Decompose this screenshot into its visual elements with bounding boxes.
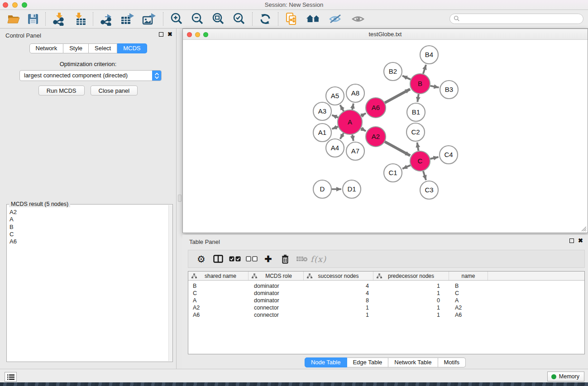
edge-A-A5[interactable]	[340, 105, 344, 111]
node-B2[interactable]: B2	[384, 62, 402, 81]
node-B3[interactable]: B3	[440, 81, 458, 99]
node-A5[interactable]: A5	[326, 87, 344, 105]
edge-A-A4[interactable]	[340, 133, 344, 139]
close-panel-icon[interactable]: ✖	[167, 32, 172, 37]
table-settings-button[interactable]: ⚙	[193, 251, 210, 267]
edge-B-B1[interactable]	[417, 94, 418, 102]
column-header-name[interactable]: name	[449, 272, 488, 280]
import-network-button[interactable]	[48, 11, 69, 27]
memory-button[interactable]: Memory	[547, 372, 584, 381]
column-header-mcds-role[interactable]: MCDS role	[249, 272, 304, 280]
tab-motifs[interactable]: Motifs	[438, 357, 466, 367]
show-all-button[interactable]	[347, 11, 370, 27]
tab-network[interactable]: Network	[29, 43, 63, 53]
open-session-button[interactable]	[4, 11, 24, 27]
node-A4[interactable]: A4	[326, 139, 344, 157]
export-image-button[interactable]	[139, 11, 160, 27]
close-panel-button[interactable]: Close panel	[91, 86, 138, 95]
edge-B-B2[interactable]	[402, 76, 411, 79]
node-A7[interactable]: A7	[346, 142, 364, 160]
edge-C-C2[interactable]	[417, 143, 419, 151]
zoom-out-button[interactable]	[187, 11, 208, 27]
float-table-panel-icon[interactable]	[569, 238, 574, 243]
select-all-button[interactable]	[226, 251, 243, 267]
edge-C-C1[interactable]	[402, 165, 411, 169]
add-column-button[interactable]: ✚	[260, 251, 277, 267]
edge-C-C3[interactable]	[423, 171, 426, 180]
duplicate-network-button[interactable]	[281, 11, 302, 27]
tab-select[interactable]: Select	[89, 43, 117, 53]
column-header-predecessor-nodes[interactable]: predecessor nodes	[373, 272, 449, 280]
table-row[interactable]: Adominator80A	[188, 297, 584, 304]
mcds-result-item[interactable]: C	[10, 231, 168, 238]
criterion-dropdown[interactable]: largest connected component (directed)	[19, 70, 162, 81]
node-D1[interactable]: D1	[343, 180, 361, 198]
function-builder-button[interactable]: f(x)	[310, 251, 327, 267]
homes-button[interactable]	[302, 11, 325, 27]
edge-A-A3[interactable]	[332, 115, 338, 117]
table-row[interactable]: A6connector11A6	[188, 311, 584, 319]
network-graph[interactable]: AA1A2A3A4A5A6A7A8BB1B2B3B4CC1C2C3C4DD1	[183, 40, 588, 233]
export-network-button[interactable]	[96, 11, 117, 27]
node-B4[interactable]: B4	[420, 46, 438, 64]
tab-node-table[interactable]: Node Table	[305, 357, 347, 367]
column-header-shared-name[interactable]: shared name	[188, 272, 249, 280]
edge-C-C4[interactable]	[430, 157, 439, 159]
zoom-fit-button[interactable]	[208, 11, 229, 27]
node-C3[interactable]: C3	[420, 181, 438, 199]
delete-table-button[interactable]	[293, 251, 310, 267]
refresh-layout-button[interactable]	[255, 11, 275, 27]
node-C2[interactable]: C2	[406, 123, 425, 141]
delete-column-button[interactable]	[277, 251, 293, 267]
column-header-successor-nodes[interactable]: successor nodes	[304, 272, 373, 280]
tab-mcds[interactable]: MCDS	[117, 43, 147, 53]
hide-selected-button[interactable]	[325, 11, 347, 27]
task-history-button[interactable]	[5, 372, 17, 382]
node-A3[interactable]: A3	[313, 102, 331, 120]
column-layout-button[interactable]	[210, 251, 226, 267]
zoom-selected-button[interactable]	[229, 11, 249, 27]
node-B1[interactable]: B1	[407, 103, 425, 121]
export-table-button[interactable]	[117, 11, 139, 27]
edge-B-B3[interactable]	[430, 86, 439, 88]
deselect-all-button[interactable]	[243, 251, 260, 267]
edge-A-A2[interactable]	[361, 129, 366, 131]
run-mcds-button[interactable]: Run MCDS	[38, 86, 85, 95]
edge-A6-B[interactable]	[385, 89, 410, 103]
zoom-in-button[interactable]	[166, 11, 187, 27]
network-canvas[interactable]: AA1A2A3A4A5A6A7A8BB1B2B3B4CC1C2C3C4DD1	[183, 40, 588, 233]
search-input[interactable]	[449, 14, 583, 24]
import-table-button[interactable]	[69, 11, 90, 27]
node-C1[interactable]: C1	[384, 164, 402, 182]
float-panel-icon[interactable]	[159, 32, 163, 37]
node-A1[interactable]: A1	[313, 124, 331, 142]
panel-splitter-handle[interactable]	[178, 195, 182, 202]
edge-A-A6[interactable]	[361, 113, 366, 116]
node-C[interactable]: C	[410, 151, 430, 171]
tab-style[interactable]: Style	[63, 43, 89, 53]
network-window-titlebar[interactable]: testGlobe.txt	[183, 29, 588, 40]
node-A2[interactable]: A2	[366, 127, 386, 147]
node-D[interactable]: D	[313, 180, 331, 198]
table-row[interactable]: A2connector11A2	[188, 304, 584, 311]
table-row[interactable]: Bdominator41B	[188, 282, 584, 290]
node-A6[interactable]: A6	[366, 98, 386, 118]
node-A8[interactable]: A8	[346, 84, 364, 102]
node-B[interactable]: B	[410, 74, 430, 94]
node-C4[interactable]: C4	[440, 146, 458, 164]
tab-edge-table[interactable]: Edge Table	[347, 357, 388, 367]
close-table-panel-icon[interactable]: ✖	[578, 238, 583, 243]
edge-A-A7[interactable]	[352, 135, 354, 141]
mcds-result-item[interactable]: A6	[10, 238, 168, 245]
edge-A-A1[interactable]	[332, 127, 338, 129]
save-session-button[interactable]	[24, 11, 43, 27]
resize-grip-icon[interactable]	[580, 225, 587, 232]
edge-B-B4[interactable]	[423, 65, 426, 74]
mcds-result-item[interactable]: B	[10, 224, 168, 231]
tab-network-table[interactable]: Network Table	[388, 357, 438, 367]
mcds-result-item[interactable]: A	[10, 216, 168, 223]
node-A[interactable]: A	[338, 110, 362, 134]
edge-A-A8[interactable]	[352, 104, 354, 110]
mcds-list-scrollbar[interactable]	[168, 205, 172, 361]
edge-A2-C[interactable]	[385, 142, 410, 156]
